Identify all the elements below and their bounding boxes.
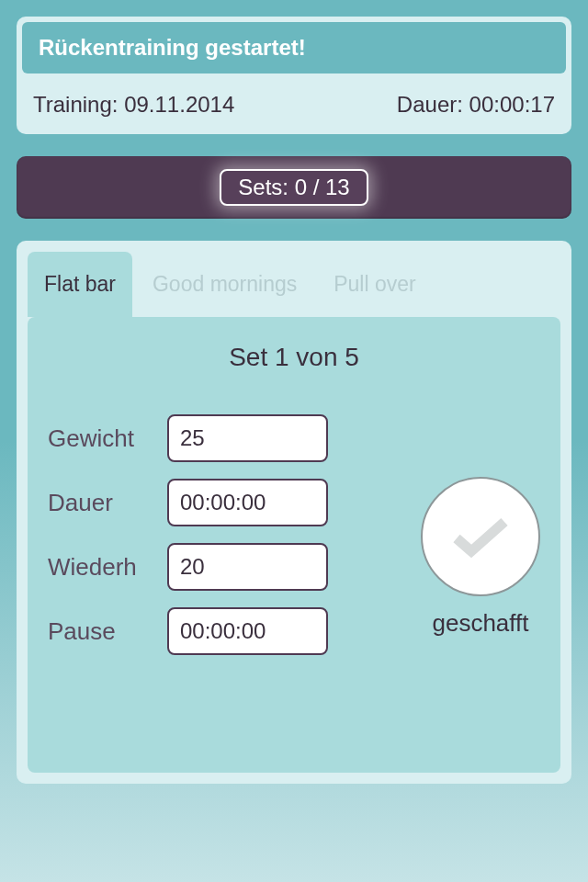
- field-duration-row: Dauer: [48, 479, 401, 526]
- header-info: Training: 09.11.2014 Dauer: 00:00:17: [17, 79, 571, 134]
- set-title: Set 1 von 5: [48, 343, 540, 372]
- set-panel: Set 1 von 5 Gewicht Dauer Wiederh Pause: [28, 317, 560, 773]
- workout-title: Rückentraining gestartet!: [22, 22, 566, 74]
- weight-label: Gewicht: [48, 424, 167, 453]
- header-card: Rückentraining gestartet! Training: 09.1…: [17, 17, 571, 134]
- check-icon: [453, 514, 508, 559]
- reps-input[interactable]: [167, 543, 328, 591]
- training-date: Training: 09.11.2014: [33, 92, 234, 118]
- sets-bar: Sets: 0 / 13: [17, 156, 571, 219]
- reps-label: Wiederh: [48, 553, 167, 582]
- weight-input[interactable]: [167, 414, 328, 462]
- field-pause-row: Pause: [48, 607, 401, 655]
- field-weight-row: Gewicht: [48, 414, 401, 462]
- exercise-card: Flat bar Good mornings Pull over Set 1 v…: [17, 241, 571, 784]
- pause-label: Pause: [48, 617, 167, 646]
- exercise-tabs: Flat bar Good mornings Pull over: [28, 252, 560, 317]
- field-reps-row: Wiederh: [48, 543, 401, 591]
- tab-flat-bar[interactable]: Flat bar: [28, 252, 132, 317]
- pause-input[interactable]: [167, 607, 328, 655]
- set-body: Gewicht Dauer Wiederh Pause: [48, 414, 540, 672]
- done-label: geschafft: [432, 609, 528, 638]
- done-column: geschafft: [421, 477, 540, 638]
- tab-pull-over[interactable]: Pull over: [317, 252, 432, 317]
- done-button[interactable]: [421, 477, 540, 596]
- duration-label: Dauer: [48, 489, 167, 517]
- set-fields: Gewicht Dauer Wiederh Pause: [48, 414, 401, 672]
- sets-badge: Sets: 0 / 13: [220, 169, 368, 206]
- training-duration: Dauer: 00:00:17: [397, 92, 555, 118]
- duration-input[interactable]: [167, 479, 328, 526]
- tab-good-mornings[interactable]: Good mornings: [136, 252, 313, 317]
